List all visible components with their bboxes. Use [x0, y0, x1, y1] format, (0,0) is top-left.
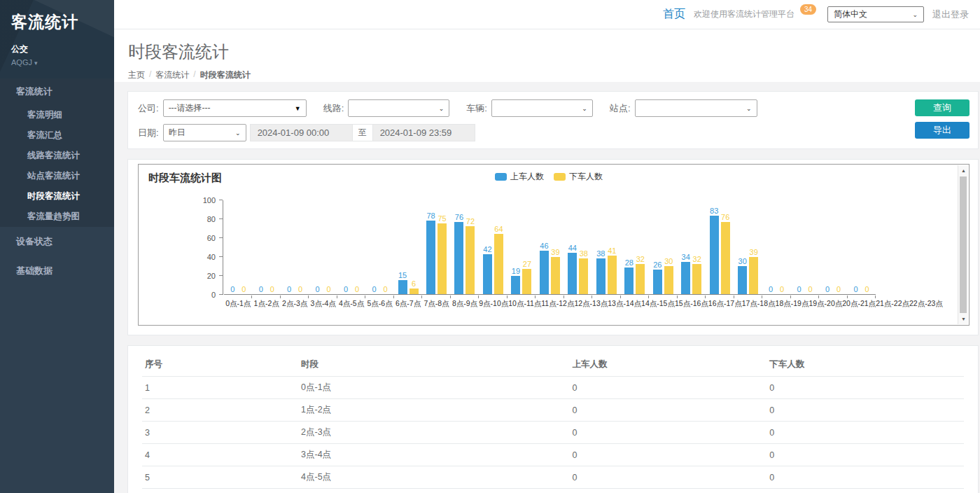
breadcrumb-section[interactable]: 客流统计: [155, 69, 189, 81]
bar-group: 1927: [507, 260, 536, 294]
bar-rect: [454, 222, 463, 294]
sidebar-item-passenger-summary[interactable]: 客流汇总: [0, 125, 114, 146]
sidebar-item-period-stats[interactable]: 时段客流统计: [0, 186, 114, 207]
home-link[interactable]: 首页: [663, 7, 685, 22]
table-row: 65点-6点00: [142, 489, 964, 493]
sidebar-item-line-stats[interactable]: 线路客流统计: [0, 146, 114, 166]
date-start-input[interactable]: [250, 124, 353, 141]
language-select[interactable]: 简体中文 ⌄: [827, 6, 924, 22]
scroll-down-icon[interactable]: ▼: [958, 314, 969, 324]
chart-plot-area: 0000000000001567875767242641927463944383…: [224, 200, 876, 295]
table-cell: 1: [142, 377, 298, 399]
chart-panel: 时段车流统计图 上车人数 下车人数 020406080100 000000000…: [127, 159, 979, 335]
bar-value-label: 0: [259, 285, 263, 294]
station-label: 站点:: [610, 102, 631, 115]
chart-scrollbar[interactable]: ▲ ▼: [958, 165, 968, 324]
x-tick-label: 3点-4点: [309, 299, 337, 309]
app-logo: 客流统计: [11, 11, 104, 33]
sidebar-item-device-status[interactable]: 设备状态: [0, 227, 114, 256]
period-stats-table: 序号 时段 上车人数 下车人数 10点-1点0021点-2点0032点-3点00…: [142, 353, 964, 493]
bar-group: 00: [790, 285, 818, 294]
bar-value-label: 83: [710, 207, 718, 216]
bar-group: 00: [819, 285, 847, 294]
filter-panel: 公司: ---请选择--- ▼ 线路: ⌄ 车辆: ⌄ 站点: ⌄: [127, 91, 979, 149]
vehicle-select[interactable]: ⌄: [491, 99, 593, 117]
export-button[interactable]: 导出: [915, 122, 969, 139]
sidebar-item-base-data[interactable]: 基础数据: [0, 256, 114, 286]
breadcrumb-home[interactable]: 主页: [128, 69, 145, 81]
bar: 0: [862, 285, 872, 294]
sidebar-item-station-stats[interactable]: 站点客流统计: [0, 166, 114, 186]
bar-rect: [710, 216, 719, 294]
bar: 38: [596, 249, 606, 294]
bar: 27: [522, 260, 531, 294]
bar: 0: [823, 285, 832, 294]
bar-rect: [608, 256, 617, 294]
scrollbar-thumb[interactable]: [960, 176, 967, 313]
date-preset-select[interactable]: 昨日 ⌄: [163, 124, 246, 141]
table-cell: 0: [766, 489, 964, 493]
bar-value-label: 76: [455, 213, 463, 222]
bar: 39: [551, 248, 560, 294]
station-select[interactable]: ⌄: [635, 99, 757, 117]
bar-rect: [624, 268, 634, 294]
table-cell: 0点-1点: [298, 377, 569, 399]
bar: 0: [766, 285, 776, 294]
table-row: 32点-3点00: [142, 422, 964, 444]
y-tick: [219, 256, 223, 257]
bar: 6: [410, 279, 419, 294]
content-area: 公司: ---请选择--- ▼ 线路: ⌄ 车辆: ⌄ 站点: ⌄: [114, 82, 980, 493]
bar-value-label: 46: [540, 242, 548, 251]
user-menu[interactable]: AQGJ ▾: [11, 58, 104, 67]
bar-value-label: 32: [693, 255, 701, 264]
notification-badge[interactable]: 34: [800, 4, 816, 15]
bar: 30: [664, 257, 673, 295]
bar-group: 00: [224, 285, 252, 294]
bar-value-label: 27: [523, 260, 531, 269]
legend-item-alighting[interactable]: 下车人数: [554, 171, 603, 183]
language-value: 简体中文: [834, 8, 867, 20]
logout-link[interactable]: 退出登录: [932, 8, 969, 21]
y-tick-label: 40: [207, 253, 216, 261]
x-tick-label: 1点-2点: [252, 299, 280, 309]
bar: 0: [806, 285, 815, 294]
query-button[interactable]: 查询: [915, 99, 969, 116]
scroll-up-icon[interactable]: ▲: [958, 165, 969, 176]
bar-value-label: 0: [327, 285, 331, 294]
bar: 83: [710, 207, 719, 294]
table-cell: 0: [569, 466, 766, 489]
legend-item-boarding[interactable]: 上车人数: [495, 171, 544, 183]
bar-value-label: 0: [298, 285, 302, 294]
table-cell: 3点-4点: [298, 444, 569, 466]
table-cell: 5点-6点: [298, 489, 569, 493]
sidebar-item-passenger-detail[interactable]: 客流明细: [0, 105, 114, 125]
bar-value-label: 19: [512, 267, 520, 276]
table-cell: 0: [569, 377, 766, 399]
bar: 0: [851, 285, 860, 294]
bar-rect: [410, 289, 419, 294]
bar-group: 00: [762, 285, 790, 294]
bar: 64: [494, 225, 503, 294]
sidebar-item-trend-chart[interactable]: 客流量趋势图: [0, 207, 114, 227]
bar-group: 4264: [479, 225, 507, 294]
table-cell: 1点-2点: [298, 399, 569, 422]
company-select[interactable]: ---请选择--- ▼: [163, 99, 307, 117]
bar-group: 00: [337, 285, 365, 294]
table-cell: 0: [569, 399, 766, 422]
bar-group: 7672: [451, 213, 479, 294]
bar: 26: [653, 261, 662, 294]
bar: 38: [579, 249, 588, 294]
bar-value-label: 42: [483, 245, 491, 254]
bar-group: 3841: [592, 246, 620, 294]
bar-value-label: 0: [355, 285, 359, 294]
date-label: 日期:: [138, 127, 159, 139]
bar-value-label: 0: [825, 285, 830, 294]
bar: 32: [692, 255, 701, 294]
bar-value-label: 75: [438, 214, 446, 223]
date-end-input[interactable]: [372, 124, 475, 141]
bar-value-label: 78: [426, 211, 435, 221]
line-select[interactable]: ⌄: [348, 99, 449, 117]
bar: 0: [296, 285, 305, 294]
sidebar-item-passenger-stats[interactable]: 客流统计: [0, 78, 114, 105]
table-cell: 0: [569, 444, 766, 466]
